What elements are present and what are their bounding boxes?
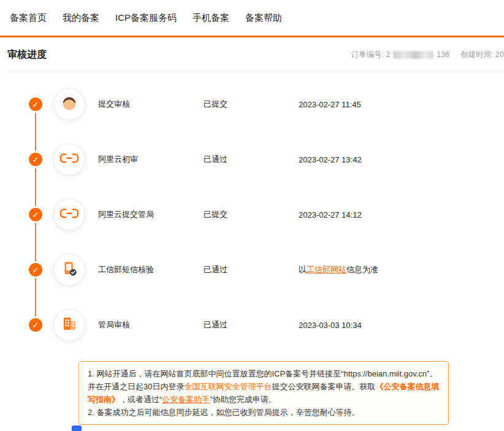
nav-item-icp-service-code[interactable]: ICP备案服务码 [115,12,177,24]
review-progress-timeline: ✓ 提交审核 已提交 2023-02-27 11:45 ✓ 阿 [0,77,504,353]
step-timestamp: 2023-02-27 14:12 [299,210,362,219]
step-icon-circle [53,309,85,341]
notice-text: 提交公安联网备案申请。获取 [272,382,375,391]
nav-item-beian-home[interactable]: 备案首页 [10,12,47,24]
check-icon: ✓ [29,97,42,111]
notice-text: ”协助您完成申请。 [210,395,276,404]
step-name: 提交审核 [98,99,204,110]
step-name: 管局审核 [98,319,204,330]
notice-text: ，或者通过“ [120,395,162,404]
page-title: 审核进度 [7,48,47,61]
step-timestamp: 2023-02-27 13:42 [299,155,362,164]
check-icon: ✓ [29,263,42,277]
header-divider [6,72,504,72]
order-number-suffix: 136 [437,50,449,59]
check-icon: ✓ [29,318,42,332]
step-name: 阿里云初审 [98,154,204,165]
step-status: 已通过 [204,319,299,330]
step-name: 阿里云提交管局 [98,209,204,220]
phone-check-icon [60,259,78,280]
security-management-platform-link[interactable]: 全国互联网安全管理平台 [184,382,272,391]
page-header: 审核进度 订单编号: 2136 创建时间: 20 [0,37,504,72]
step-timestamp: 2023-03-03 10:34 [299,321,362,330]
nav-item-mobile-beian[interactable]: 手机备案 [193,12,229,24]
check-icon: ✓ [29,153,42,166]
created-time-label: 创建时间: 20 [460,50,504,60]
step-name: 工信部短信核验 [98,264,204,275]
public-security-filing-assistant-link[interactable]: 公安备案助手 [162,395,210,404]
person-icon [60,94,78,115]
notice-line-2: 2. 备案成功之后可能信息同步延迟，如您已收到管局提示，辛苦您耐心等待。 [88,406,440,419]
post-approval-notice: 1. 网站开通后，请在网站首页底部中间位置放置您的ICP备案号并链接至“http… [78,361,449,425]
miit-website-link[interactable]: 工信部网站 [307,265,346,274]
order-number-prefix: 订单编号: 2 [351,50,390,60]
order-info: 订单编号: 2136 创建时间: 20 [351,50,504,60]
step-info: 以工信部网站信息为准 [299,264,378,275]
timeline-step-aliyun-initial-review: ✓ 阿里云初审 已通过 2023-02-27 13:42 [0,132,504,187]
top-nav: 备案首页 我的备案 ICP备案服务码 手机备案 备案帮助 [0,0,504,36]
timeline-step-authority-review: ✓ 管局审核 已通过 2023-03-03 10:34 [0,297,504,353]
aliyun-icon [59,152,79,167]
order-number-redacted [393,51,433,59]
aliyun-icon [59,207,79,222]
step-icon-circle [53,143,85,175]
step-icon-circle [53,88,85,120]
step-icon-circle [53,254,85,286]
step-status: 已通过 [204,154,299,165]
notice-line-1: 1. 网站开通后，请在网站首页底部中间位置放置您的ICP备案号并链接至“http… [88,367,440,406]
step-icon-circle [53,199,85,231]
timeline-step-miit-sms-verification: ✓ 工信部短信核验 已通过 以工信部网站信息为准 [0,242,504,297]
check-icon: ✓ [29,208,42,221]
info-suffix: 信息为准 [346,265,378,274]
step-status: 已通过 [204,264,299,275]
nav-item-my-beian[interactable]: 我的备案 [63,12,99,24]
step-status: 已提交 [204,99,299,110]
timeline-step-aliyun-submit-authority: ✓ 阿里云提交管局 已提交 2023-02-27 14:12 [0,187,504,242]
nav-item-beian-help[interactable]: 备案帮助 [245,12,282,24]
timeline-step-submit-review: ✓ 提交审核 已提交 2023-02-27 11:45 [0,77,504,132]
step-timestamp: 2023-02-27 11:45 [299,100,361,109]
step-status: 已提交 [204,209,299,220]
building-icon [60,315,78,335]
info-prefix: 以 [299,265,307,274]
bottom-floating-widget[interactable] [72,425,82,431]
